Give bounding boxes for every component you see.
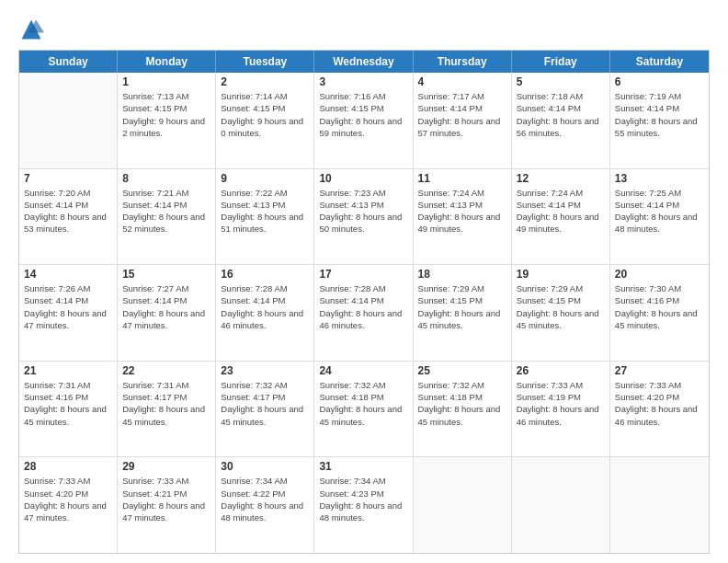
day-number: 3 <box>319 75 407 88</box>
cell-info: Sunrise: 7:23 AMSunset: 4:13 PMDaylight:… <box>319 187 407 236</box>
calendar-cell <box>512 457 610 553</box>
day-number: 20 <box>615 268 704 281</box>
day-number: 31 <box>319 460 407 473</box>
day-number: 22 <box>122 364 210 377</box>
cell-info: Sunrise: 7:32 AMSunset: 4:17 PMDaylight:… <box>221 379 309 428</box>
day-number: 6 <box>615 75 704 88</box>
logo-icon <box>18 17 44 42</box>
calendar-cell: 19Sunrise: 7:29 AMSunset: 4:15 PMDayligh… <box>512 265 610 361</box>
cell-info: Sunrise: 7:16 AMSunset: 4:15 PMDaylight:… <box>319 90 407 139</box>
calendar-cell: 2Sunrise: 7:14 AMSunset: 4:15 PMDaylight… <box>216 73 314 168</box>
logo <box>18 17 48 42</box>
calendar-header-day: Tuesday <box>216 51 314 73</box>
calendar-week-row: 28Sunrise: 7:33 AMSunset: 4:20 PMDayligh… <box>19 457 709 553</box>
cell-info: Sunrise: 7:25 AMSunset: 4:14 PMDaylight:… <box>615 187 704 236</box>
cell-info: Sunrise: 7:33 AMSunset: 4:19 PMDaylight:… <box>517 379 605 428</box>
calendar-cell: 3Sunrise: 7:16 AMSunset: 4:15 PMDaylight… <box>314 73 413 168</box>
page: SundayMondayTuesdayWednesdayThursdayFrid… <box>0 0 728 563</box>
calendar-header-day: Monday <box>118 51 216 73</box>
calendar-week-row: 7Sunrise: 7:20 AMSunset: 4:14 PMDaylight… <box>19 169 709 266</box>
calendar-body: 1Sunrise: 7:13 AMSunset: 4:15 PMDaylight… <box>19 73 709 553</box>
day-number: 9 <box>221 172 309 185</box>
cell-info: Sunrise: 7:32 AMSunset: 4:18 PMDaylight:… <box>418 379 506 428</box>
day-number: 12 <box>517 172 605 185</box>
day-number: 17 <box>319 268 407 281</box>
calendar-header-day: Saturday <box>610 51 709 73</box>
cell-info: Sunrise: 7:22 AMSunset: 4:13 PMDaylight:… <box>221 187 309 236</box>
calendar-cell: 17Sunrise: 7:28 AMSunset: 4:14 PMDayligh… <box>314 265 413 361</box>
day-number: 15 <box>122 268 210 281</box>
cell-info: Sunrise: 7:24 AMSunset: 4:13 PMDaylight:… <box>418 187 506 236</box>
calendar-cell: 16Sunrise: 7:28 AMSunset: 4:14 PMDayligh… <box>216 265 314 361</box>
day-number: 8 <box>122 172 210 185</box>
calendar-cell: 29Sunrise: 7:33 AMSunset: 4:21 PMDayligh… <box>118 457 216 553</box>
cell-info: Sunrise: 7:13 AMSunset: 4:15 PMDaylight:… <box>122 90 210 139</box>
calendar-cell: 8Sunrise: 7:21 AMSunset: 4:14 PMDaylight… <box>118 169 216 265</box>
day-number: 7 <box>24 172 112 185</box>
day-number: 25 <box>418 364 506 377</box>
day-number: 2 <box>221 75 309 88</box>
cell-info: Sunrise: 7:29 AMSunset: 4:15 PMDaylight:… <box>418 282 506 331</box>
calendar-header-day: Wednesday <box>314 51 413 73</box>
day-number: 21 <box>24 364 112 377</box>
cell-info: Sunrise: 7:28 AMSunset: 4:14 PMDaylight:… <box>221 282 309 331</box>
day-number: 27 <box>615 364 704 377</box>
cell-info: Sunrise: 7:33 AMSunset: 4:21 PMDaylight:… <box>122 475 210 523</box>
calendar-cell: 18Sunrise: 7:29 AMSunset: 4:15 PMDayligh… <box>414 265 512 361</box>
day-number: 5 <box>517 75 605 88</box>
calendar-cell: 31Sunrise: 7:34 AMSunset: 4:23 PMDayligh… <box>314 457 413 553</box>
calendar-cell <box>610 457 709 553</box>
calendar-week-row: 14Sunrise: 7:26 AMSunset: 4:14 PMDayligh… <box>19 265 709 362</box>
day-number: 16 <box>221 268 309 281</box>
calendar-cell: 24Sunrise: 7:32 AMSunset: 4:18 PMDayligh… <box>314 362 413 457</box>
calendar-cell: 4Sunrise: 7:17 AMSunset: 4:14 PMDaylight… <box>414 73 512 168</box>
day-number: 24 <box>319 364 407 377</box>
calendar-cell: 22Sunrise: 7:31 AMSunset: 4:17 PMDayligh… <box>118 362 216 457</box>
calendar-cell: 30Sunrise: 7:34 AMSunset: 4:22 PMDayligh… <box>216 457 314 553</box>
cell-info: Sunrise: 7:34 AMSunset: 4:23 PMDaylight:… <box>319 475 407 523</box>
cell-info: Sunrise: 7:19 AMSunset: 4:14 PMDaylight:… <box>615 90 704 139</box>
calendar-cell: 13Sunrise: 7:25 AMSunset: 4:14 PMDayligh… <box>610 169 709 265</box>
day-number: 26 <box>517 364 605 377</box>
calendar-cell <box>19 73 118 168</box>
calendar-cell: 12Sunrise: 7:24 AMSunset: 4:14 PMDayligh… <box>512 169 610 265</box>
calendar-cell: 5Sunrise: 7:18 AMSunset: 4:14 PMDaylight… <box>512 73 610 168</box>
cell-info: Sunrise: 7:17 AMSunset: 4:14 PMDaylight:… <box>418 90 506 139</box>
cell-info: Sunrise: 7:18 AMSunset: 4:14 PMDaylight:… <box>517 90 605 139</box>
day-number: 23 <box>221 364 309 377</box>
cell-info: Sunrise: 7:20 AMSunset: 4:14 PMDaylight:… <box>24 187 112 236</box>
calendar-cell: 20Sunrise: 7:30 AMSunset: 4:16 PMDayligh… <box>610 265 709 361</box>
calendar-week-row: 1Sunrise: 7:13 AMSunset: 4:15 PMDaylight… <box>19 73 709 169</box>
calendar-cell: 6Sunrise: 7:19 AMSunset: 4:14 PMDaylight… <box>610 73 709 168</box>
cell-info: Sunrise: 7:31 AMSunset: 4:17 PMDaylight:… <box>122 379 210 428</box>
calendar-cell: 9Sunrise: 7:22 AMSunset: 4:13 PMDaylight… <box>216 169 314 265</box>
cell-info: Sunrise: 7:29 AMSunset: 4:15 PMDaylight:… <box>517 282 605 331</box>
calendar-cell: 27Sunrise: 7:33 AMSunset: 4:20 PMDayligh… <box>610 362 709 457</box>
calendar-header: SundayMondayTuesdayWednesdayThursdayFrid… <box>19 51 709 73</box>
calendar-cell: 25Sunrise: 7:32 AMSunset: 4:18 PMDayligh… <box>414 362 512 457</box>
calendar-cell: 7Sunrise: 7:20 AMSunset: 4:14 PMDaylight… <box>19 169 118 265</box>
calendar-header-day: Thursday <box>414 51 512 73</box>
day-number: 10 <box>319 172 407 185</box>
calendar-cell: 26Sunrise: 7:33 AMSunset: 4:19 PMDayligh… <box>512 362 610 457</box>
calendar-header-day: Friday <box>512 51 610 73</box>
day-number: 30 <box>221 460 309 473</box>
cell-info: Sunrise: 7:34 AMSunset: 4:22 PMDaylight:… <box>221 475 309 523</box>
day-number: 1 <box>122 75 210 88</box>
calendar-cell: 28Sunrise: 7:33 AMSunset: 4:20 PMDayligh… <box>19 457 118 553</box>
calendar-header-day: Sunday <box>19 51 118 73</box>
day-number: 11 <box>418 172 506 185</box>
day-number: 13 <box>615 172 704 185</box>
cell-info: Sunrise: 7:21 AMSunset: 4:14 PMDaylight:… <box>122 187 210 236</box>
calendar-cell: 21Sunrise: 7:31 AMSunset: 4:16 PMDayligh… <box>19 362 118 457</box>
cell-info: Sunrise: 7:33 AMSunset: 4:20 PMDaylight:… <box>24 475 112 523</box>
calendar-cell: 1Sunrise: 7:13 AMSunset: 4:15 PMDaylight… <box>118 73 216 168</box>
cell-info: Sunrise: 7:14 AMSunset: 4:15 PMDaylight:… <box>221 90 309 139</box>
day-number: 4 <box>418 75 506 88</box>
calendar-cell <box>414 457 512 553</box>
cell-info: Sunrise: 7:27 AMSunset: 4:14 PMDaylight:… <box>122 282 210 331</box>
cell-info: Sunrise: 7:31 AMSunset: 4:16 PMDaylight:… <box>24 379 112 428</box>
day-number: 19 <box>517 268 605 281</box>
cell-info: Sunrise: 7:26 AMSunset: 4:14 PMDaylight:… <box>24 282 112 331</box>
cell-info: Sunrise: 7:24 AMSunset: 4:14 PMDaylight:… <box>517 187 605 236</box>
